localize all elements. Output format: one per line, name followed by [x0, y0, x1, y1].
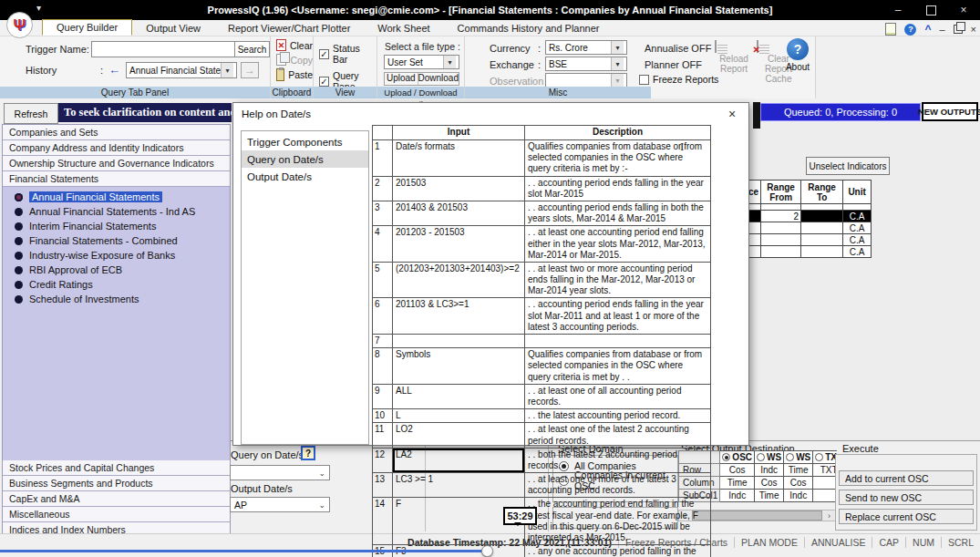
history-forward-icon[interactable]: → [241, 62, 259, 78]
unit-cell[interactable]: C.A [843, 211, 872, 222]
recording-progress-handle[interactable] [481, 545, 493, 557]
chevron-down-icon[interactable]: ▾ [611, 57, 624, 70]
chevron-down-icon[interactable]: ▾ [221, 63, 233, 77]
minimize-button[interactable]: – [882, 0, 914, 20]
reload-report-button[interactable]: Reload Report [715, 41, 753, 74]
input-cell[interactable]: 201103 & LC3>=1 [393, 298, 525, 335]
tree-item[interactable]: Schedule of Investments [3, 292, 230, 306]
exchange-combobox[interactable]: BSE▾ [545, 57, 627, 71]
tab-output-view[interactable]: Output View [132, 21, 214, 36]
destination-cell[interactable]: Indc [784, 490, 813, 502]
currency-combobox[interactable]: Rs. Crore▾ [545, 40, 627, 55]
tree-item[interactable]: Credit Ratings [3, 277, 230, 292]
destination-cell[interactable] [813, 477, 837, 490]
table-row[interactable]: C.A [747, 222, 872, 234]
table-row[interactable]: C.A [747, 246, 872, 258]
input-cell[interactable]: LA2 [393, 448, 525, 472]
child-close-button[interactable]: × [971, 24, 976, 35]
chevron-down-icon[interactable]: ⌄ [318, 500, 325, 510]
tree-item[interactable]: Financial Statements - Combined [3, 233, 230, 248]
sidebar-section[interactable]: Business Segments and Products [3, 476, 230, 491]
tree-item[interactable]: Interim Financial Statements [3, 219, 230, 233]
paste-button[interactable]: Paste [276, 68, 313, 81]
input-cell[interactable]: 201203 - 201503 [393, 226, 525, 263]
trigger-name-input[interactable] [91, 41, 235, 57]
tab-report-viewer-chart-plotter[interactable]: Report Viewer/Chart Plotter [214, 21, 364, 36]
input-cell[interactable]: 201403 & 201503 [393, 201, 525, 225]
table-row[interactable]: 2C.A [747, 211, 872, 222]
range-to-cell[interactable] [801, 211, 843, 222]
table-row[interactable]: C.A [747, 234, 872, 246]
range-to-cell[interactable] [801, 222, 843, 234]
input-cell[interactable]: LO2 [393, 423, 525, 448]
destination-cell[interactable]: Indc [720, 490, 755, 502]
range-from-cell[interactable]: 2 [761, 211, 801, 222]
range-to-cell[interactable] [801, 204, 843, 211]
sidebar-section[interactable]: Companies and Sets [3, 125, 230, 140]
observation-combobox[interactable]: ▾ [545, 73, 627, 88]
unit-cell[interactable]: C.A [843, 246, 872, 258]
dialog-close-icon[interactable]: × [725, 107, 739, 121]
destination-column-header[interactable]: TXT [813, 451, 837, 464]
refresh-button[interactable]: Refresh [4, 103, 58, 124]
range-from-cell[interactable] [761, 204, 801, 211]
destination-cell[interactable]: Cos [720, 464, 755, 477]
sidebar-section[interactable]: Ownership Structure and Governance Indic… [3, 156, 230, 171]
sidebar-section[interactable]: Financial Statements [3, 171, 230, 187]
unselect-indicators-button[interactable]: Unselect Indicators [806, 157, 890, 175]
new-outputs-button[interactable]: NEW OUTPUTS [922, 102, 978, 121]
destination-cell[interactable]: Time [755, 490, 784, 502]
input-cell[interactable]: L [393, 409, 525, 423]
destination-column-header[interactable]: OSC [720, 451, 755, 464]
maximize-button[interactable] [914, 0, 947, 20]
copy-button[interactable]: Copy [276, 54, 313, 66]
freeze-reports-checkbox[interactable]: Freeze Reports [639, 74, 718, 85]
tab-work-sheet[interactable]: Work Sheet [364, 21, 443, 36]
unit-cell[interactable]: C.A [843, 234, 872, 246]
output-dates-combobox[interactable]: AP⌄ [230, 497, 330, 512]
input-cell[interactable]: Symbols [393, 348, 525, 385]
sidebar-section[interactable]: Stock Prices and Capital Changes [3, 460, 230, 476]
input-cell[interactable]: Date/s formats [393, 140, 525, 177]
destination-cell[interactable]: TXT [813, 464, 837, 477]
destination-cell[interactable] [813, 490, 837, 502]
input-cell[interactable]: LC3 >= 1 [393, 473, 525, 498]
execute-button-replace-current-osc[interactable]: Replace current OSC [839, 509, 974, 524]
about-button[interactable]: ? About [778, 38, 818, 72]
scrollbar-thumb[interactable] [692, 511, 822, 521]
range-from-cell[interactable] [761, 234, 801, 246]
input-cell[interactable]: ALL [393, 384, 525, 408]
sidebar-section[interactable]: Miscellaneous [3, 507, 230, 522]
status-bar-checkbox[interactable]: ✓Status Bar [319, 43, 377, 65]
upload-button[interactable]: Upload [385, 73, 418, 85]
unit-cell[interactable] [843, 204, 872, 211]
chevron-down-icon[interactable]: ⌄ [318, 469, 325, 478]
execute-button-add-to-current-osc[interactable]: Add to current OSC [839, 470, 974, 486]
range-from-cell[interactable] [761, 246, 801, 258]
range-to-cell[interactable] [801, 234, 843, 246]
plan-document-icon[interactable] [885, 23, 896, 36]
sidebar-section[interactable]: Company Address and Identity Indicators [3, 140, 230, 156]
collapse-ribbon-icon[interactable]: ^ [924, 26, 931, 33]
tree-item[interactable]: Annual Financial Statements - Ind AS [3, 204, 230, 219]
input-cell[interactable] [393, 335, 525, 348]
sidebar-section[interactable]: CapEx and M&A [3, 491, 230, 507]
dates-help-button[interactable]: ? [301, 446, 315, 460]
scroll-right-icon[interactable]: › [823, 511, 835, 521]
table-row[interactable] [747, 204, 872, 211]
search-button[interactable]: Search [235, 41, 270, 57]
download-button[interactable]: Download [418, 73, 459, 85]
child-minimize-button[interactable]: – [939, 24, 944, 35]
input-cell[interactable]: (201203+201303+201403)>=2 [393, 262, 525, 298]
destination-cell[interactable]: Time [720, 477, 755, 490]
history-back-icon[interactable]: ← [108, 63, 120, 77]
range-from-cell[interactable] [761, 222, 801, 234]
close-button[interactable]: × [947, 0, 980, 20]
quick-access-icon[interactable]: ▾ [36, 3, 41, 13]
destination-cell[interactable]: Time [784, 464, 813, 477]
destination-column-header[interactable]: WS [755, 451, 784, 464]
destination-cell[interactable]: Indc [755, 464, 784, 477]
chevron-down-icon[interactable]: ▾ [611, 41, 624, 54]
child-restore-button[interactable] [954, 25, 963, 34]
destination-column-header[interactable]: WS [784, 451, 813, 464]
